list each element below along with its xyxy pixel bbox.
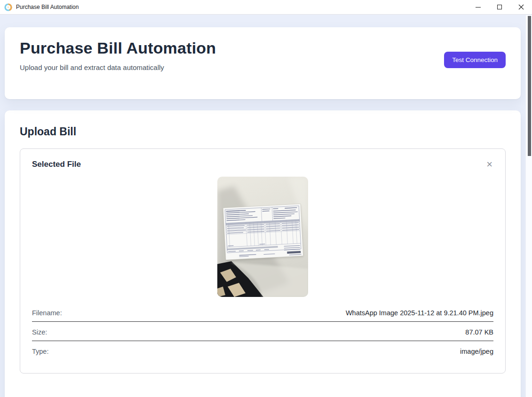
minimize-button[interactable] [467, 0, 489, 14]
app-window: Purchase Bill Automation Purchase Bill A… [0, 0, 532, 15]
maximize-icon [497, 5, 502, 9]
clear-file-button[interactable]: × [485, 159, 493, 170]
minimize-icon [476, 7, 481, 8]
type-label: Type: [32, 348, 48, 355]
bill-preview-image [217, 177, 308, 297]
size-value: 87.07 KB [465, 328, 493, 336]
titlebar: Purchase Bill Automation [0, 0, 532, 15]
size-row: Size: 87.07 KB [32, 322, 493, 341]
size-label: Size: [32, 328, 47, 336]
titlebar-title: Purchase Bill Automation [16, 4, 79, 10]
type-value: image/jpeg [460, 348, 493, 355]
test-connection-button[interactable]: Test Connection [444, 52, 506, 68]
window-controls [467, 0, 532, 14]
close-icon [518, 4, 524, 10]
filename-value: WhatsApp Image 2025-11-12 at 9.21.40 PM.… [346, 309, 493, 317]
type-row: Type: image/jpeg [32, 341, 493, 360]
page-content: Purchase Bill Automation Upload your bil… [0, 15, 525, 397]
scrollbar[interactable] [525, 15, 532, 397]
selected-file-title: Selected File [32, 160, 81, 169]
close-button[interactable] [510, 0, 532, 14]
file-metadata: Filename: WhatsApp Image 2025-11-12 at 9… [32, 303, 493, 360]
upload-section-title: Upload Bill [20, 125, 506, 138]
page-title: Purchase Bill Automation [20, 39, 506, 57]
app-icon [4, 3, 12, 11]
selected-file-panel: Selected File × [20, 148, 506, 374]
scrollbar-thumb[interactable] [528, 16, 531, 156]
filename-label: Filename: [32, 309, 62, 317]
upload-card: Upload Bill Selected File × [5, 110, 521, 397]
maximize-button[interactable] [489, 0, 510, 14]
page-subtitle: Upload your bill and extract data automa… [20, 63, 506, 71]
filename-row: Filename: WhatsApp Image 2025-11-12 at 9… [32, 303, 493, 322]
header-card: Purchase Bill Automation Upload your bil… [5, 27, 521, 99]
